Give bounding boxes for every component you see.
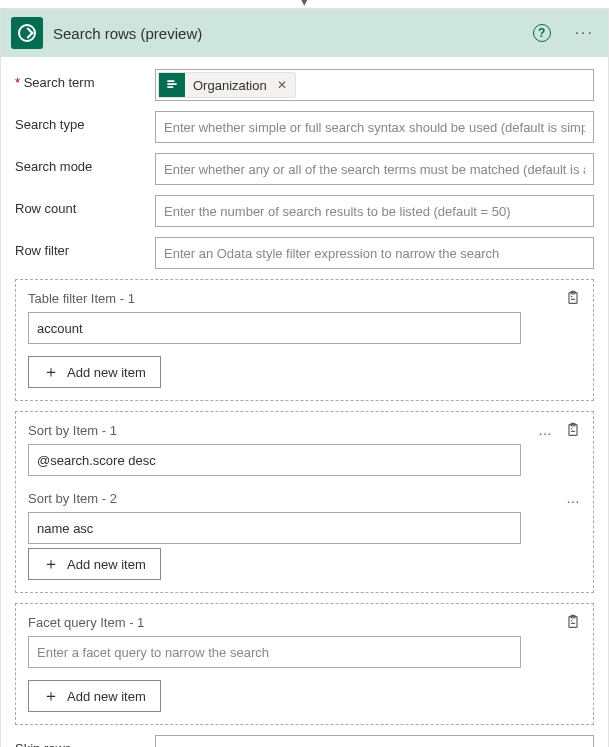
facet-item-1-input[interactable] [28,636,521,668]
row-count-input[interactable] [155,195,594,227]
search-term-input[interactable]: Organization ✕ [155,69,594,101]
search-mode-input[interactable] [155,153,594,185]
facet-item-1-label: Facet query Item - 1 [28,615,565,630]
item-more-icon[interactable]: … [538,422,553,438]
group-sort-by: Sort by Item - 1 … Sort by Item - 2 … [15,411,594,593]
plus-icon: ＋ [43,556,59,572]
token-organization: Organization ✕ [158,72,296,98]
label-search-type: Search type [15,111,155,132]
action-card: Search rows (preview) ? ··· * Search ter… [0,8,609,747]
card-header: Search rows (preview) ? ··· [1,9,608,57]
label-skip-rows: Skip rows [15,735,155,747]
plus-icon: ＋ [43,364,59,380]
more-icon[interactable]: ··· [575,24,594,42]
group-table-filter: Table filter Item - 1 ＋ Add new item [15,279,594,401]
token-label: Organization [193,78,267,93]
plus-icon: ＋ [43,688,59,704]
add-sort-by-button[interactable]: ＋ Add new item [28,548,161,580]
row-search-mode: Search mode [15,153,594,185]
table-filter-item-1-label: Table filter Item - 1 [28,291,565,306]
add-table-filter-button[interactable]: ＋ Add new item [28,356,161,388]
sort-by-item-1-label: Sort by Item - 1 [28,423,538,438]
clipboard-icon[interactable] [565,614,581,630]
label-search-mode: Search mode [15,153,155,174]
sort-by-item-1-input[interactable] [28,444,521,476]
row-row-count: Row count [15,195,594,227]
clipboard-icon[interactable] [565,422,581,438]
row-filter-input[interactable] [155,237,594,269]
add-facet-button[interactable]: ＋ Add new item [28,680,161,712]
sort-by-item-2-input[interactable] [28,512,521,544]
dataverse-token-icon [159,73,185,97]
label-row-count: Row count [15,195,155,216]
search-type-input[interactable] [155,111,594,143]
help-icon[interactable]: ? [533,24,551,42]
row-skip-rows: Skip rows [15,735,594,747]
group-facet-query: Facet query Item - 1 ＋ Add new item [15,603,594,725]
row-search-type: Search type [15,111,594,143]
connector-icon [11,17,43,49]
table-filter-item-1-input[interactable] [28,312,521,344]
label-search-term: * Search term [15,69,155,90]
skip-rows-input[interactable] [155,735,594,747]
label-row-filter: Row filter [15,237,155,258]
item-more-icon[interactable]: … [566,490,581,506]
sort-by-item-2-label: Sort by Item - 2 [28,491,566,506]
row-row-filter: Row filter [15,237,594,269]
clipboard-icon[interactable] [565,290,581,306]
collapse-caret[interactable]: ▾ [0,0,609,8]
remove-token-icon[interactable]: ✕ [277,78,287,92]
card-body: * Search term Organization ✕ Search type [1,57,608,747]
row-search-term: * Search term Organization ✕ [15,69,594,101]
card-title: Search rows (preview) [53,25,523,42]
